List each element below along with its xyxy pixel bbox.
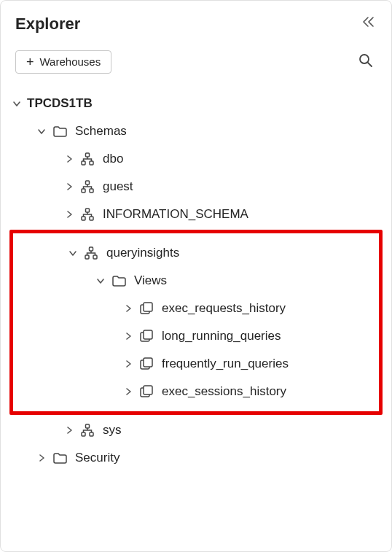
schema-label: INFORMATION_SCHEMA [103,207,248,222]
schema-icon [79,206,95,222]
add-warehouses-button[interactable]: + Warehouses [15,50,111,74]
chevron-down-icon [34,124,49,139]
tree-node-view-frequently-run-queries[interactable]: frequently_run_queries [13,350,379,378]
schema-label: sys [103,423,122,438]
plus-icon: + [26,55,34,69]
tree-node-database[interactable]: TPCDS1TB [7,90,385,117]
view-icon [138,300,154,316]
schema-label: queryinsights [106,246,179,260]
tree-node-schema-queryinsights[interactable]: queryinsights [13,239,379,267]
chevron-right-icon [34,451,49,465]
schema-icon [79,179,95,195]
tree-node-views-folder[interactable]: Views [13,267,379,295]
view-label: exec_sessions_history [162,384,286,399]
folder-icon [52,450,68,466]
schema-icon [83,245,99,261]
tree-node-view-exec-requests-history[interactable]: exec_requests_history [13,295,379,322]
explorer-toolbar: + Warehouses [1,42,391,87]
schema-label: guest [103,179,133,194]
chevron-right-icon [121,357,136,371]
security-folder-label: Security [75,451,119,465]
chevron-right-icon [62,179,77,194]
folder-icon [52,123,68,139]
view-label: frequently_run_queries [162,357,289,371]
chevron-right-icon [62,152,77,166]
tree-node-schema-information-schema[interactable]: INFORMATION_SCHEMA [7,201,385,228]
chevron-right-icon [121,329,136,343]
search-button[interactable] [355,50,377,74]
chevron-down-icon [66,246,80,260]
tree-node-security-folder[interactable]: Security [7,444,385,472]
chevron-down-icon [93,273,108,288]
database-label: TPCDS1TB [27,96,93,111]
chevron-right-icon [62,423,77,438]
tree-node-view-exec-sessions-history[interactable]: exec_sessions_history [13,378,379,405]
view-label: exec_requests_history [162,301,286,316]
tree-node-schema-dbo[interactable]: dbo [7,145,385,173]
chevron-right-icon [62,207,77,222]
highlight-box: queryinsights Views exec_requests_histor… [9,230,383,415]
warehouses-button-label: Warehouses [40,55,101,68]
schemas-folder-label: Schemas [75,124,127,139]
tree-node-schemas-folder[interactable]: Schemas [7,117,385,145]
view-label: long_running_queries [162,329,281,343]
chevron-right-icon [121,384,136,399]
view-icon [138,356,154,372]
schema-icon [79,422,95,438]
schema-label: dbo [103,152,123,166]
tree-node-schema-guest[interactable]: guest [7,173,385,201]
explorer-header: Explorer [1,1,391,42]
view-icon [138,328,154,344]
folder-icon [111,273,127,289]
explorer-panel: Explorer + Warehouses TPCDS1TB Schemas [1,1,391,478]
view-icon [138,384,154,400]
explorer-title: Explorer [15,15,80,34]
tree-node-view-long-running-queries[interactable]: long_running_queries [13,322,379,350]
search-icon [358,53,374,69]
views-folder-label: Views [134,273,167,288]
schema-icon [79,151,95,167]
chevron-down-icon [9,96,24,111]
tree-node-schema-sys[interactable]: sys [7,416,385,444]
collapse-panel-button[interactable] [359,14,377,34]
explorer-tree: TPCDS1TB Schemas dbo guest I [1,87,391,478]
chevron-right-icon [121,301,136,316]
